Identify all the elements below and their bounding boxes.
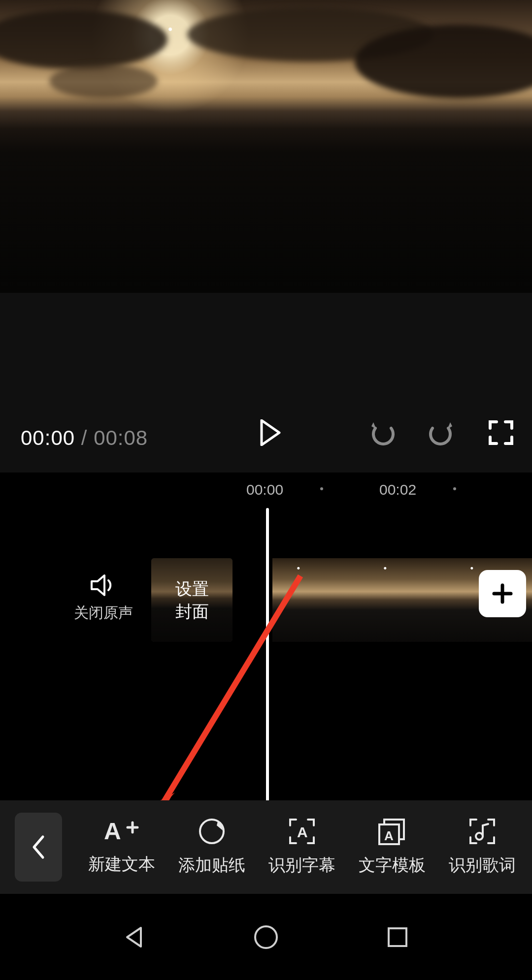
mute-label: 关闭原声 (74, 603, 133, 623)
clip-thumbnail[interactable] (359, 558, 446, 642)
svg-rect-10 (389, 928, 406, 946)
system-nav-bar (0, 894, 532, 980)
video-preview[interactable] (0, 0, 532, 293)
chevron-left-icon (31, 835, 46, 859)
text-template-icon: A (377, 818, 407, 845)
play-button[interactable] (260, 419, 281, 446)
nav-home-button[interactable] (249, 920, 283, 954)
fullscreen-icon (489, 420, 513, 445)
video-editor: 00:00 / 00:08 00:00 00:02 关闭原声 (0, 0, 532, 980)
svg-text:A: A (297, 824, 308, 840)
redo-icon (429, 421, 453, 446)
play-icon (260, 419, 281, 446)
preview-gap (0, 293, 532, 482)
total-duration: 00:08 (94, 426, 148, 449)
lyrics-scan-icon (468, 818, 496, 845)
triangle-back-icon (122, 925, 147, 949)
text-toolbar: A 新建文本 添加贴纸 A 识别字幕 (0, 800, 532, 894)
redo-button[interactable] (429, 421, 453, 446)
current-time: 00:00 (21, 426, 75, 449)
svg-point-8 (476, 833, 483, 840)
clip-thumbnail[interactable] (272, 558, 359, 642)
text-add-icon: A (104, 818, 139, 844)
toolbar-back-button[interactable] (15, 813, 62, 882)
text-template-button[interactable]: A 文字模板 (350, 818, 434, 877)
undo-icon (370, 421, 395, 446)
playback-time: 00:00 / 00:08 (21, 426, 148, 450)
recognize-lyrics-button[interactable]: 识别歌词 (440, 818, 524, 877)
circle-home-icon (253, 924, 279, 950)
mute-original-audio[interactable]: 关闭原声 (74, 573, 133, 623)
svg-text:A: A (104, 818, 121, 844)
square-recents-icon (386, 926, 409, 948)
nav-back-button[interactable] (117, 920, 152, 954)
undo-button[interactable] (370, 421, 395, 446)
nav-recents-button[interactable] (380, 920, 415, 954)
ruler-dot (453, 487, 456, 490)
svg-text:A: A (384, 828, 394, 843)
set-cover-button[interactable]: 设置 封面 (151, 558, 233, 642)
add-sticker-button[interactable]: 添加贴纸 (170, 818, 254, 877)
sticker-icon (198, 818, 226, 845)
svg-point-9 (255, 926, 277, 948)
auto-caption-button[interactable]: A 识别字幕 (260, 818, 344, 877)
plus-icon (491, 582, 514, 605)
fullscreen-button[interactable] (489, 420, 513, 445)
speaker-icon (90, 573, 117, 597)
ruler-dot (320, 487, 323, 490)
ruler-tick-2: 00:02 (379, 481, 416, 498)
svg-point-3 (200, 820, 224, 843)
new-text-button[interactable]: A 新建文本 (80, 818, 164, 877)
add-clip-button[interactable] (479, 570, 526, 617)
time-ruler[interactable]: 00:00 00:02 (0, 473, 532, 508)
ruler-tick-0: 00:00 (246, 481, 283, 498)
caption-scan-icon: A (288, 818, 316, 845)
